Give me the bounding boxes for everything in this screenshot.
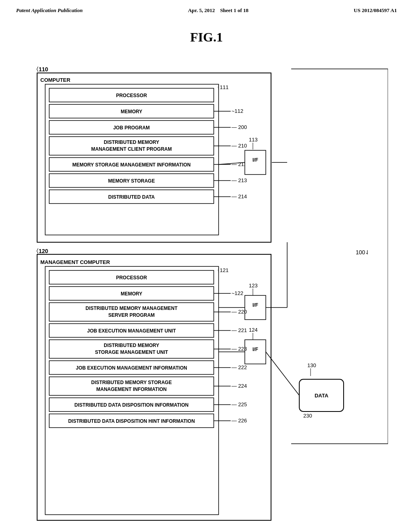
svg-text:— 214: — 214 bbox=[232, 193, 247, 200]
svg-text:DISTRIBUTED DATA DISPOSITION I: DISTRIBUTED DATA DISPOSITION INFORMATION bbox=[75, 402, 189, 408]
svg-text:123: 123 bbox=[249, 283, 258, 289]
svg-text:DISTRIBUTED MEMORY STORAGE: DISTRIBUTED MEMORY STORAGE bbox=[91, 380, 172, 385]
svg-text:MANAGEMENT CLIENT PROGRAM: MANAGEMENT CLIENT PROGRAM bbox=[91, 146, 172, 152]
svg-text:DISTRIBUTED MEMORY: DISTRIBUTED MEMORY bbox=[104, 139, 159, 145]
svg-text:— 225: — 225 bbox=[232, 401, 247, 407]
svg-text:— 221: — 221 bbox=[232, 327, 247, 333]
svg-text:MEMORY: MEMORY bbox=[121, 109, 142, 114]
svg-text:— 210: — 210 bbox=[232, 143, 247, 149]
header-center: Apr. 5, 2012 Sheet 1 of 18 bbox=[188, 7, 248, 14]
svg-text:— 223: — 223 bbox=[232, 346, 247, 352]
svg-text:PROCESSOR: PROCESSOR bbox=[116, 93, 147, 98]
svg-text:〈111: 〈111 bbox=[215, 84, 229, 90]
svg-text:113: 113 bbox=[249, 137, 258, 143]
svg-text:COMPUTER: COMPUTER bbox=[40, 77, 71, 83]
svg-text:MEMORY STORAGE: MEMORY STORAGE bbox=[108, 178, 155, 184]
svg-text:~122: ~122 bbox=[232, 290, 243, 296]
svg-text:STORAGE MANAGEMENT UNIT: STORAGE MANAGEMENT UNIT bbox=[95, 349, 168, 355]
svg-text:230: 230 bbox=[303, 413, 312, 419]
svg-text:DATA: DATA bbox=[315, 393, 329, 399]
svg-text:MEMORY STORAGE MANAGEMENT INFO: MEMORY STORAGE MANAGEMENT INFORMATION bbox=[72, 162, 191, 168]
svg-text:MANAGEMENT INFORMATION: MANAGEMENT INFORMATION bbox=[96, 387, 167, 392]
svg-text:~112: ~112 bbox=[232, 108, 243, 114]
svg-text:— 224: — 224 bbox=[232, 383, 247, 389]
header: Patent Application Publication Apr. 5, 2… bbox=[0, 0, 413, 18]
svg-text:— 200: — 200 bbox=[232, 124, 247, 130]
svg-text:100⇃: 100⇃ bbox=[356, 249, 370, 256]
svg-text:DISTRIBUTED DATA: DISTRIBUTED DATA bbox=[108, 194, 155, 200]
svg-text:〈110: 〈110 bbox=[33, 66, 48, 73]
svg-text:I/F: I/F bbox=[252, 347, 258, 352]
svg-text:DISTRIBUTED MEMORY MANAGEMENT: DISTRIBUTED MEMORY MANAGEMENT bbox=[86, 305, 178, 311]
svg-text:MANAGEMENT COMPUTER: MANAGEMENT COMPUTER bbox=[40, 259, 110, 265]
diagram-svg: 〈110 COMPUTER 〈111 PROCESSOR MEMORY ~112… bbox=[25, 57, 388, 532]
svg-text:PROCESSOR: PROCESSOR bbox=[116, 275, 147, 281]
svg-text:JOB EXECUTION MANAGEMENT UNIT: JOB EXECUTION MANAGEMENT UNIT bbox=[87, 328, 176, 334]
svg-text:〈120: 〈120 bbox=[33, 248, 48, 254]
svg-text:JOB EXECUTION MANAGEMENT INFOR: JOB EXECUTION MANAGEMENT INFORMATION bbox=[76, 365, 187, 371]
svg-text:— 213: — 213 bbox=[232, 177, 247, 183]
svg-text:MEMORY: MEMORY bbox=[121, 291, 142, 297]
svg-text:— 226: — 226 bbox=[232, 418, 247, 424]
svg-text:DISTRIBUTED DATA DISPOSITION H: DISTRIBUTED DATA DISPOSITION HINT INFORM… bbox=[68, 418, 195, 424]
svg-text:〈121: 〈121 bbox=[215, 267, 229, 273]
svg-text:I/F: I/F bbox=[252, 302, 258, 308]
figure-title: FIG.1 bbox=[24, 30, 389, 45]
svg-text:— 220: — 220 bbox=[232, 309, 247, 315]
svg-text:I/F: I/F bbox=[252, 157, 258, 163]
svg-text:— 222: — 222 bbox=[232, 364, 247, 370]
svg-text:SERVER PROGRAM: SERVER PROGRAM bbox=[108, 312, 154, 318]
header-right: US 2012/084597 A1 bbox=[354, 7, 397, 14]
svg-text:JOB PROGRAM: JOB PROGRAM bbox=[113, 125, 150, 131]
svg-text:130: 130 bbox=[307, 362, 316, 368]
svg-text:124: 124 bbox=[249, 327, 258, 333]
svg-text:DISTRIBUTED MEMORY: DISTRIBUTED MEMORY bbox=[104, 343, 159, 348]
header-left: Patent Application Publication bbox=[16, 7, 83, 14]
